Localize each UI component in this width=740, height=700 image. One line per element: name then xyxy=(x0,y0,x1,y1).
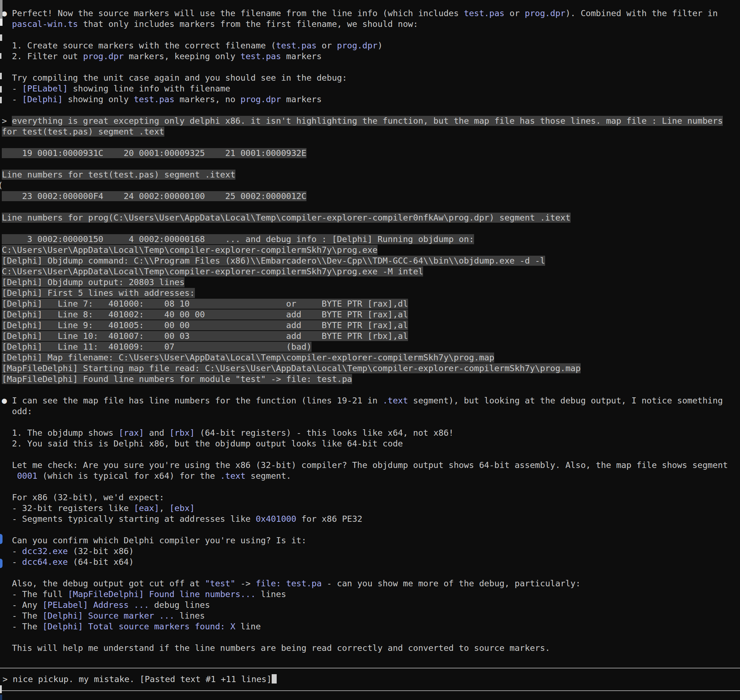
assistant-line: 1. The objdump shows [rax] and [rbx] (64… xyxy=(2,428,740,438)
left-edge-glyph-fragment xyxy=(0,73,2,79)
assistant-line: 1. Create source markers with the correc… xyxy=(2,40,740,51)
assistant-line: Also, the debug output got cut off at "t… xyxy=(2,578,740,589)
blank-line xyxy=(2,62,740,72)
user-echo-line: [MapFileDelphi] Found line numbers for m… xyxy=(2,374,740,384)
assistant-line: - dcc32.exe (32-bit x86) xyxy=(2,546,740,557)
user-echo-line: [Delphi] Line 10: 401007: 00 03 add BYTE… xyxy=(2,331,740,341)
user-echo-line: 19 0001:0000931C 20 0001:00009325 21 000… xyxy=(2,148,740,159)
blank-line xyxy=(2,180,740,191)
clipped-paren-fragment: ( xyxy=(0,180,3,191)
assistant-line: - dcc64.exe (64-bit x64) xyxy=(2,557,740,567)
assistant-line: 0001 (which is typical for x64) for the … xyxy=(2,471,740,481)
assistant-line: For x86 (32-bit), we'd expect: xyxy=(2,492,740,503)
left-edge-blue-icon-fragment xyxy=(0,559,3,568)
blank-line xyxy=(2,159,740,169)
assistant-line: 2. You said this is Delphi x86, but the … xyxy=(2,438,740,449)
terminal-output: ● Perfect! Now the source markers will u… xyxy=(0,0,740,700)
blank-line xyxy=(2,29,740,40)
user-echo-line: [Delphi] Objdump command: C:\\Program Fi… xyxy=(2,255,740,266)
user-echo-line: for test(test.pas) segment .text xyxy=(2,126,740,137)
assistant-line: ● I can see the map file has line number… xyxy=(2,395,740,406)
assistant-line: - [Delphi] showing only test.pas markers… xyxy=(2,94,740,105)
left-edge-blue-icon-fragment xyxy=(0,534,3,544)
blank-line xyxy=(2,417,740,428)
assistant-line: - [PELabel] showing line info with filen… xyxy=(2,83,740,94)
assistant-line: - The [Delphi] Source marker ... lines xyxy=(2,610,740,621)
blank-line xyxy=(2,524,740,535)
left-edge-strip xyxy=(0,0,3,19)
user-echo-line: [Delphi] First 5 lines with addresses: xyxy=(2,288,740,299)
prompt-input-box[interactable]: > nice pickup. my mistake. [Pasted text … xyxy=(0,668,740,691)
assistant-line: This will help me understand if the line… xyxy=(2,643,740,653)
blank-line xyxy=(2,632,740,643)
user-echo-line: 23 0002:000000F4 24 0002:00000100 25 000… xyxy=(2,191,740,201)
assistant-line: 2. Filter out prog.dpr markers, keeping … xyxy=(2,51,740,62)
user-echo-line: Line numbers for test(test.pas) segment … xyxy=(2,169,740,180)
assistant-line: pascal-win.ts that only includes markers… xyxy=(2,19,740,29)
user-echo-line: [Delphi] Line 8: 401002: 40 00 00 add BY… xyxy=(2,309,740,320)
prompt-input-text: nice pickup. my mistake. [Pasted text #1… xyxy=(13,674,272,684)
blank-line xyxy=(2,567,740,578)
user-echo-line: 3 0002:00000150 4 0002:00000168 ... and … xyxy=(2,234,740,244)
left-edge-glyph-fragment xyxy=(0,86,2,93)
assistant-line: - The [Delphi] Total source markers foun… xyxy=(2,621,740,632)
assistant-line: - 32-bit registers like [eax], [ebx] xyxy=(2,503,740,513)
user-echo-line: [Delphi] Map filename: C:\Users\User\App… xyxy=(2,352,740,363)
user-echo-line: C:\Users\User\AppData\Local\Temp\compile… xyxy=(2,266,740,277)
assistant-line: - Segments typically starting at address… xyxy=(2,513,740,524)
blank-line xyxy=(2,137,740,148)
assistant-line: - Any [PELabel] Address ... debug lines xyxy=(2,600,740,610)
user-echo-line: C:\Users\User\AppData\Local\Temp\compile… xyxy=(2,244,740,255)
left-edge-glyph-fragment xyxy=(0,97,2,103)
blank-line xyxy=(2,201,740,212)
left-edge-glyph-fragment xyxy=(0,34,2,41)
user-echo-line: Line numbers for prog(C:\Users\User\AppD… xyxy=(2,212,740,223)
blank-line xyxy=(2,223,740,234)
blank-line xyxy=(2,449,740,460)
user-echo-line: [Delphi] Objdump output: 20803 lines xyxy=(2,277,740,288)
user-echo-line: [Delphi] Line 11: 401009: 07 (bad) xyxy=(2,341,740,352)
assistant-line: ● Perfect! Now the source markers will u… xyxy=(2,8,740,19)
user-echo-line: > everything is great excepting only del… xyxy=(2,115,740,126)
assistant-line: odd: xyxy=(2,406,740,417)
bottom-left-blue-fragment xyxy=(0,695,2,700)
blank-line xyxy=(2,105,740,115)
user-echo-line: [Delphi] Line 7: 401000: 08 10 or BYTE P… xyxy=(2,299,740,309)
blank-line xyxy=(2,481,740,492)
user-echo-line: [MapFileDelphi] Starting map file read: … xyxy=(2,363,740,374)
left-edge-glyph-fragment xyxy=(0,53,1,59)
blank-line xyxy=(2,384,740,395)
left-edge-strip-highlight xyxy=(0,19,3,26)
assistant-line: Let me check: Are you sure you're using … xyxy=(2,460,740,471)
assistant-line: - The full [MapFileDelphi] Found line nu… xyxy=(2,589,740,600)
text-cursor xyxy=(272,674,277,684)
bottom-left-bar-fragment xyxy=(0,685,2,693)
assistant-line: Can you confirm which Delphi compiler yo… xyxy=(2,535,740,546)
assistant-line: Try compiling the unit case again and yo… xyxy=(2,72,740,83)
user-echo-line: [Delphi] Line 9: 401005: 00 00 add BYTE … xyxy=(2,320,740,331)
prompt-caret: > xyxy=(3,674,13,684)
